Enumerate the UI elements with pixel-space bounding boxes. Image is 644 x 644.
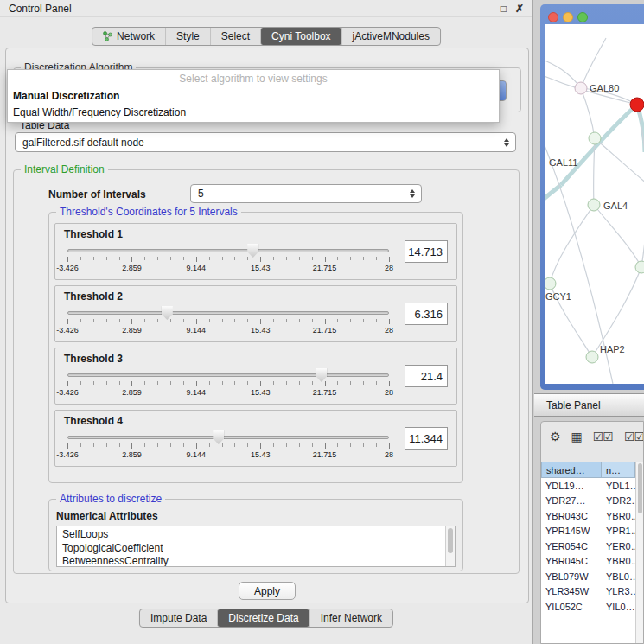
close-traffic-light-icon[interactable] [548, 12, 558, 22]
table-row[interactable]: YBL079WYBL0… [541, 569, 635, 584]
cell-shared-name: YIL052C [541, 602, 602, 612]
attribute-item-selfloops[interactable]: SelfLoops [57, 528, 455, 542]
algorithm-option-manual-discretization[interactable]: Manual Discretization [8, 87, 499, 104]
apply-button[interactable]: Apply [239, 582, 296, 600]
network-edge[interactable] [561, 105, 637, 185]
table-row[interactable]: YDR27…YDR2… [541, 494, 635, 509]
network-node[interactable] [589, 132, 601, 144]
slider-track[interactable] [67, 373, 389, 377]
slider-track[interactable] [67, 249, 389, 252]
network-node-gal80[interactable] [575, 82, 587, 94]
minimize-traffic-light-icon[interactable] [563, 12, 573, 22]
attribute-item-topologicalcoefficient[interactable]: TopologicalCoefficient [57, 542, 455, 556]
tab-label: jActiveMNodules [353, 30, 430, 42]
slider-thumb[interactable] [247, 244, 258, 258]
spinner-arrows-icon [504, 138, 509, 147]
tick-mark [273, 443, 274, 447]
network-canvas[interactable]: GAL80GAL11GAL4GCY1HAP2 [545, 24, 644, 384]
number-of-intervals-combo[interactable]: 5 [190, 184, 422, 203]
tick-mark [209, 381, 210, 385]
threshold-value-box[interactable]: 6.316 [405, 303, 448, 325]
network-node-gal4[interactable] [588, 199, 600, 211]
scale-label: 9.144 [187, 388, 207, 397]
scale-label: 15.43 [251, 388, 271, 397]
scale-label: 21.715 [313, 388, 337, 397]
network-edge[interactable] [545, 185, 561, 202]
threshold-slider[interactable]: -3.4262.8599.14415.4321.71528 [67, 367, 389, 402]
tab-label: Infer Network [321, 612, 382, 624]
tick-mark [209, 443, 210, 447]
zoom-traffic-light-icon[interactable] [577, 12, 588, 22]
threshold-slider[interactable]: -3.4262.8599.14415.4321.71528 [67, 305, 389, 340]
table-row[interactable]: YBR045CYBR0… [541, 554, 635, 570]
network-edge[interactable] [581, 38, 606, 88]
slider-ticks [67, 319, 389, 325]
slider-track[interactable] [67, 311, 389, 315]
tab-network[interactable]: Network [92, 28, 165, 45]
threshold-slider[interactable]: -3.4262.8599.14415.4321.71528 [67, 243, 389, 277]
threshold-panel: Threshold 2 -3.4262.8599.14415.4321.7152… [54, 285, 457, 342]
screen: Control Panel □ ✗ NetworkStyleSelectCyni… [0, 0, 644, 644]
tick-mark [325, 257, 326, 262]
network-node-gcy1[interactable] [545, 277, 556, 290]
column-header-shared-name[interactable]: shared… [541, 462, 602, 478]
columns-icon[interactable]: ▦ [571, 430, 582, 443]
tick-mark [196, 319, 197, 324]
scale-label: -3.426 [56, 264, 79, 272]
tick-mark [80, 381, 81, 385]
network-node[interactable] [630, 98, 644, 112]
select-all-rows-icon[interactable]: ☑☑ [593, 430, 613, 443]
scale-label: 21.715 [313, 264, 337, 272]
table-row[interactable]: YER054CYER0… [541, 539, 635, 554]
column-header-name[interactable]: n… [602, 462, 635, 478]
scrollbar-thumb[interactable] [448, 528, 453, 553]
select-all-columns-icon[interactable]: ☑☑ [624, 430, 644, 443]
table-row[interactable]: YDL19…YDL1… [541, 478, 635, 494]
tab-jactivemnodules[interactable]: jActiveMNodules [341, 28, 440, 45]
tab-select[interactable]: Select [210, 28, 260, 45]
tick-mark [209, 319, 210, 322]
network-edge[interactable] [550, 205, 594, 284]
network-edge[interactable] [595, 138, 644, 184]
attribute-item-betweennesscentrality[interactable]: BetweennessCentrality [57, 555, 455, 567]
threshold-value-box[interactable]: 14.713 [405, 240, 448, 263]
network-edge[interactable] [581, 88, 595, 138]
float-window-icon[interactable]: □ [501, 3, 507, 15]
threshold-slider[interactable]: -3.4262.8599.14415.4321.71528 [67, 430, 389, 464]
table-row[interactable]: YPR145WYPR1… [541, 524, 635, 539]
threshold-value-box[interactable]: 21.4 [405, 365, 448, 387]
slider-track[interactable] [67, 436, 389, 439]
scrollbar-thumb[interactable] [638, 463, 642, 513]
close-window-icon[interactable]: ✗ [515, 3, 524, 15]
slider-thumb[interactable] [162, 306, 173, 320]
attributes-list: SelfLoopsTopologicalCoefficientBetweenne… [57, 526, 455, 567]
slider-thumb[interactable] [213, 430, 224, 444]
attributes-scrollbar[interactable] [445, 526, 455, 566]
table-scrollbar[interactable] [635, 462, 643, 643]
tick-mark [325, 319, 326, 324]
table-row[interactable]: YLR345WYLR3… [541, 584, 635, 600]
threshold-panel: Threshold 1 -3.4262.8599.14415.4321.7152… [54, 223, 457, 280]
scale-label: 28 [385, 450, 393, 459]
tick-mark [260, 319, 261, 324]
interval-definition-group: Interval Definition Number of Intervals … [13, 169, 520, 574]
tab-infer-network[interactable]: Infer Network [309, 609, 392, 627]
tab-style[interactable]: Style [165, 28, 210, 45]
tab-cyni-toolbox[interactable]: Cyni Toolbox [260, 28, 341, 45]
network-node[interactable] [635, 261, 644, 273]
tick-mark [363, 381, 364, 385]
table-row[interactable]: YBR043CYBR0… [541, 508, 635, 524]
table-data-combo[interactable]: galFiltered.sif default node [15, 132, 516, 152]
algorithm-option-equal-width-frequency-discretization[interactable]: Equal Width/Frequency Discretization [8, 104, 499, 120]
gear-icon[interactable]: ⚙ [550, 430, 560, 443]
tick-mark [286, 257, 287, 260]
network-edge[interactable] [594, 205, 641, 267]
table-toolbar: ⚙▦☑☑☑☑ [541, 422, 643, 451]
threshold-value-box[interactable]: 11.344 [405, 427, 448, 450]
tab-discretize-data[interactable]: Discretize Data [217, 609, 309, 627]
tick-mark [93, 443, 94, 447]
slider-thumb[interactable] [316, 368, 327, 382]
table-row[interactable]: YIL052CYIL0… [541, 599, 635, 615]
network-node-hap2[interactable] [586, 351, 598, 363]
tab-impute-data[interactable]: Impute Data [140, 609, 217, 627]
